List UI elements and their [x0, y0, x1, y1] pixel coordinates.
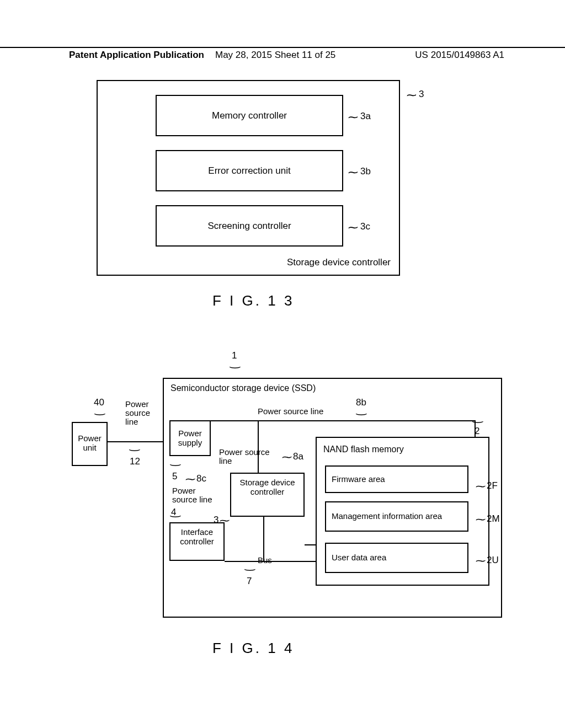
- ref-40: 40: [94, 397, 104, 408]
- bus-vline: [263, 517, 264, 561]
- hook-icon: ⌣: [355, 408, 368, 420]
- screening-controller-label: Screening controller: [207, 221, 291, 232]
- storage-device-controller-label: Storage device controller: [236, 478, 299, 496]
- ref-3a: ∼3a: [349, 110, 371, 124]
- nand-title: NAND flash memory: [323, 445, 404, 454]
- ssd-title: Semiconductor storage device (SSD): [170, 383, 316, 393]
- power-source-line-top-label: Power source line: [258, 406, 323, 416]
- firmware-area-label: Firmware area: [332, 475, 385, 484]
- power-supply-label: Power supply: [170, 429, 210, 447]
- hook-icon: ⌣: [243, 564, 257, 575]
- ref-8a: ∼8a: [282, 451, 303, 463]
- interface-controller-box: Interface controller: [169, 522, 225, 561]
- page-header: Patent Application Publication May 28, 2…: [0, 47, 565, 61]
- bus-conn: [305, 544, 316, 545]
- bus-label: Bus: [258, 555, 272, 565]
- hook-icon: ⌣: [471, 416, 484, 427]
- power-source-line-ext-label: Power source line: [125, 400, 156, 426]
- power-source-line-mid-label: Power source line: [219, 448, 274, 465]
- ref-5: 5: [172, 471, 177, 482]
- header-left: Patent Application Publication: [0, 50, 204, 61]
- storage-device-controller-label: Storage device controller: [287, 257, 391, 268]
- hook-icon: ⌣: [128, 444, 141, 456]
- ref-3c: ∼3c: [349, 221, 370, 234]
- power-supply-box: Power supply: [169, 420, 211, 456]
- error-correction-label: Error correction unit: [208, 165, 290, 176]
- ref-12: 12: [130, 456, 140, 467]
- screening-controller-box: Screening controller: [156, 205, 343, 247]
- power-source-line-top: [211, 420, 476, 421]
- management-info-area-box: Management information area: [325, 501, 468, 532]
- memory-controller-box: Memory controller: [156, 95, 343, 136]
- ref-4: 4: [171, 507, 176, 518]
- header-center: May 28, 2015 Sheet 11 of 25: [215, 50, 335, 61]
- ref-7: 7: [247, 576, 252, 587]
- management-info-area-label: Management information area: [332, 512, 442, 521]
- error-correction-box: Error correction unit: [156, 150, 343, 191]
- ref-8c: ∼8c: [186, 473, 206, 485]
- power-unit-box: Power unit: [72, 422, 108, 466]
- user-data-area-label: User data area: [332, 553, 386, 563]
- power-unit-label: Power unit: [78, 433, 102, 452]
- figure-13-caption: F I G. 1 3: [212, 292, 294, 309]
- hook-icon: ⌣: [169, 459, 182, 470]
- ref-1: 1: [232, 350, 237, 361]
- power-source-line-left-label: Power source line: [172, 486, 222, 504]
- ref-2: 2: [475, 426, 479, 437]
- storage-device-controller-box: Storage device controller: [230, 473, 305, 517]
- memory-controller-label: Memory controller: [212, 110, 287, 121]
- nand-flash-memory-box: NAND flash memory Firmware area Manageme…: [316, 437, 489, 586]
- ref-3b: ∼3b: [349, 165, 371, 179]
- user-data-area-box: User data area: [325, 543, 468, 573]
- ref-3: ∼3: [407, 88, 424, 101]
- ref-2F: ∼2F: [476, 480, 498, 493]
- header-right: US 2015/0149863 A1: [415, 50, 565, 61]
- interface-controller-label: Interface controller: [175, 528, 219, 546]
- ref-8b: 8b: [356, 397, 366, 408]
- firmware-area-box: Firmware area: [325, 465, 468, 493]
- ref-2U: ∼2U: [476, 554, 499, 567]
- hook-icon: ⌣: [93, 408, 106, 420]
- figure-14-caption: F I G. 1 4: [212, 640, 294, 657]
- hook-icon: ⌣: [228, 361, 242, 373]
- connector-line: [108, 441, 163, 442]
- ref-2M: ∼2M: [476, 513, 500, 526]
- figure-14-diagram: Semiconductor storage device (SSD) Power…: [163, 378, 502, 618]
